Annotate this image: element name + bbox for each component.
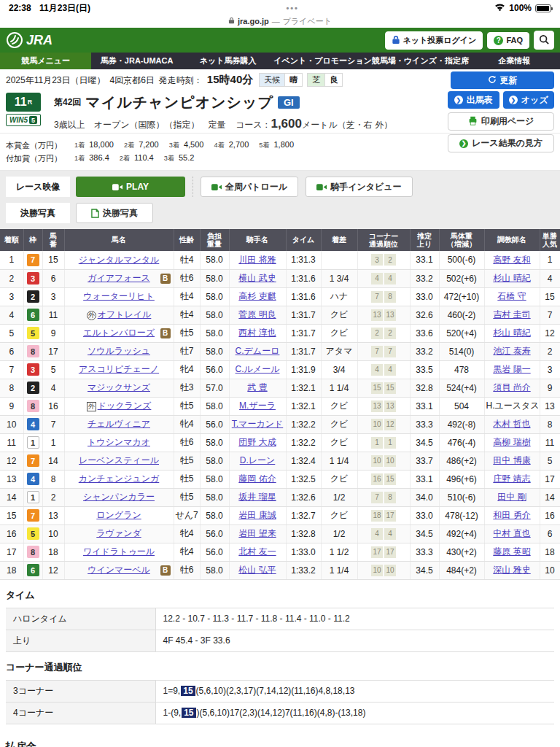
- horse-name-link[interactable]: シャンパンカラー: [83, 492, 155, 502]
- horse-name-link[interactable]: ラヴァンダ: [96, 528, 141, 538]
- jockey-link[interactable]: D.レーン: [240, 455, 276, 465]
- nav-item-1[interactable]: 馬券・JRA-UMACA: [91, 53, 182, 69]
- jockey-link[interactable]: 坂井 瑠星: [238, 492, 276, 502]
- cell-margin: アタマ: [321, 342, 357, 360]
- jockey-interview-button[interactable]: 騎手インタビュー: [306, 177, 412, 197]
- trainer-link[interactable]: 黒岩 陽一: [493, 364, 530, 374]
- trainer-link[interactable]: 吉村 圭司: [493, 309, 530, 320]
- horse-name-link[interactable]: ワイドラトゥール: [83, 546, 155, 557]
- cell-trainer: 深山 雅史: [484, 561, 540, 579]
- trainer-link[interactable]: 庄野 靖志: [493, 473, 530, 484]
- cell-last-3f: 33.1: [410, 251, 439, 269]
- horse-name-link[interactable]: レーベンスティール: [79, 455, 159, 465]
- horse-name-link[interactable]: オフトレイル: [98, 309, 152, 320]
- jockey-link[interactable]: 武 豊: [247, 382, 267, 392]
- trainer-link[interactable]: 杉山 晴紀: [493, 273, 530, 283]
- jockey-link[interactable]: 高杉 吏麒: [238, 291, 276, 301]
- cell-finish-position: 13: [0, 470, 23, 488]
- trainer-link[interactable]: 高柳 瑞樹: [493, 437, 530, 447]
- cell-corner-order: 1717: [357, 543, 410, 561]
- print-page-button[interactable]: 印刷用ページ: [448, 112, 554, 131]
- cell-last-3f: 32.6: [410, 306, 439, 324]
- prize-label: 付加賞（万円）: [6, 153, 64, 164]
- corner-row-label: 3コーナー: [6, 680, 155, 702]
- jra-logo[interactable]: JRA: [6, 31, 52, 49]
- jockey-link[interactable]: 菅原 明良: [238, 309, 276, 320]
- jockey-link[interactable]: 団野 大成: [238, 437, 276, 447]
- jockey-link[interactable]: 西村 淳也: [238, 328, 276, 338]
- results-guide-button[interactable]: ❯ レース結果の見方: [448, 134, 554, 152]
- horse-name-link[interactable]: ジャンタルマンタル: [79, 255, 160, 265]
- trainer-link[interactable]: 木村 哲也: [493, 419, 530, 429]
- play-button[interactable]: PLAY: [76, 177, 185, 197]
- odds-button[interactable]: ❯ オッズ: [503, 91, 555, 109]
- horse-name-link[interactable]: ロングラン: [96, 510, 141, 520]
- turf-value: 良: [324, 73, 343, 87]
- faq-button[interactable]: ? FAQ: [487, 32, 529, 49]
- jockey-link[interactable]: 岩田 望来: [238, 528, 276, 538]
- horse-name-link[interactable]: ウォーターリヒト: [83, 291, 155, 301]
- entries-button[interactable]: ❯ 出馬表: [448, 91, 499, 109]
- trainer-link[interactable]: 深山 雅史: [493, 565, 530, 575]
- patrol-video-button[interactable]: 全周パトロール: [201, 177, 298, 197]
- tab-overview-dots[interactable]: •••: [286, 4, 299, 12]
- search-button[interactable]: [534, 31, 554, 50]
- nav-item-4[interactable]: 競馬場・ウインズ・指定席: [372, 53, 469, 69]
- horse-name-link[interactable]: ソウルラッシュ: [88, 346, 150, 356]
- jockey-link[interactable]: 川田 将雅: [238, 255, 276, 265]
- nav-item-0[interactable]: 競馬メニュー: [0, 53, 91, 69]
- cell-weight-carried: 56.0: [200, 543, 229, 561]
- nav-item-2[interactable]: ネット馬券購入: [182, 53, 273, 69]
- net-voting-login-button[interactable]: ネット投票ログイン: [385, 31, 483, 50]
- trainer-link[interactable]: 杉山 晴紀: [493, 328, 530, 338]
- photo-icon: [91, 209, 99, 218]
- trainer-link[interactable]: 石橋 守: [497, 291, 526, 301]
- search-icon: [539, 34, 549, 46]
- cell-last-3f: 33.0: [410, 506, 439, 525]
- address-bar[interactable]: jra.go.jp — プライベート: [0, 15, 560, 28]
- horse-name-link[interactable]: アスコリピチェーノ: [79, 364, 159, 374]
- jockey-link[interactable]: C.デムーロ: [236, 346, 280, 356]
- horse-name-link[interactable]: チェルヴィニア: [88, 419, 150, 429]
- trainer-link[interactable]: 田中 博康: [493, 455, 530, 465]
- horse-name-link[interactable]: ドックランズ: [98, 400, 152, 411]
- cell-weight-carried: 58.0: [200, 433, 229, 452]
- horse-name-link[interactable]: エルトンバローズ: [83, 328, 155, 338]
- jockey-link[interactable]: 松山 弘平: [238, 565, 276, 575]
- race-video-label: レース映像: [6, 177, 70, 197]
- cell-finish-position: 17: [0, 543, 23, 561]
- cell-jockey: 岩田 望来: [229, 525, 286, 543]
- trainer-link[interactable]: 池江 泰寿: [493, 346, 530, 356]
- trainer-link[interactable]: 中村 直也: [493, 528, 530, 538]
- jockey-link[interactable]: 岩田 康誠: [238, 510, 276, 520]
- finish-photo-button[interactable]: 決勝写真: [76, 203, 153, 223]
- jockey-link[interactable]: 藤岡 佑介: [238, 473, 276, 484]
- trainer-link[interactable]: 藤原 英昭: [493, 546, 530, 557]
- horse-name-link[interactable]: トウシンマカオ: [88, 437, 150, 447]
- prize-item: 1着386.4: [74, 153, 109, 164]
- jockey-link[interactable]: C.ルメール: [236, 364, 280, 374]
- cell-weight-carried: 58.0: [200, 470, 229, 488]
- jra-logo-icon: [6, 31, 23, 49]
- refresh-button[interactable]: 更新: [451, 71, 554, 89]
- highlighted-horse-number: 15: [182, 708, 195, 718]
- nav-item-3[interactable]: イベント・プロモーション: [273, 53, 372, 69]
- jockey-link[interactable]: T.マーカンド: [232, 419, 283, 429]
- nav-item-5[interactable]: 企業情報: [469, 53, 560, 69]
- horse-name-link[interactable]: ウインマーベル: [88, 565, 150, 575]
- cell-finish-position: 5: [0, 324, 23, 342]
- jockey-link[interactable]: M.ザーラ: [239, 400, 276, 411]
- cell-horse-number: 4: [42, 379, 64, 397]
- cell-horse-number: 6: [42, 269, 64, 287]
- blinker-badge: B: [160, 274, 171, 284]
- horse-name-link[interactable]: マジックサンズ: [88, 382, 150, 392]
- horse-name-link[interactable]: カンチェンジュンガ: [79, 473, 160, 484]
- trainer-link[interactable]: 和田 勇介: [493, 510, 530, 520]
- trainer-link[interactable]: 田中 剛: [497, 492, 526, 502]
- trainer-link[interactable]: 須貝 尚介: [493, 382, 530, 392]
- jockey-link[interactable]: 北村 友一: [238, 546, 276, 557]
- cell-trainer: 田中 剛: [484, 488, 540, 506]
- trainer-link[interactable]: 高野 友和: [493, 255, 530, 265]
- horse-name-link[interactable]: ガイアフォース: [88, 273, 150, 283]
- jockey-link[interactable]: 横山 武史: [238, 273, 276, 283]
